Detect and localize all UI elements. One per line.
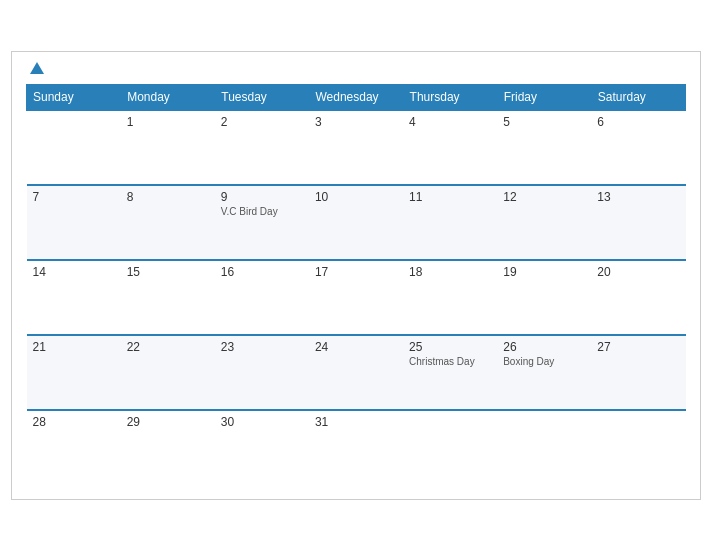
cal-cell: 5 — [497, 110, 591, 185]
calendar-header — [26, 62, 686, 74]
day-number: 25 — [409, 340, 491, 354]
day-number: 8 — [127, 190, 209, 204]
cal-cell: 12 — [497, 185, 591, 260]
holiday-label: Christmas Day — [409, 356, 491, 367]
cal-cell: 31 — [309, 410, 403, 485]
cal-cell: 22 — [121, 335, 215, 410]
day-number: 18 — [409, 265, 491, 279]
cal-cell: 2 — [215, 110, 309, 185]
cal-cell — [27, 110, 121, 185]
cal-cell: 9V.C Bird Day — [215, 185, 309, 260]
cal-cell: 7 — [27, 185, 121, 260]
cal-cell: 20 — [591, 260, 685, 335]
cal-cell: 23 — [215, 335, 309, 410]
cal-cell: 13 — [591, 185, 685, 260]
holiday-label: V.C Bird Day — [221, 206, 303, 217]
day-number: 29 — [127, 415, 209, 429]
day-number: 17 — [315, 265, 397, 279]
day-number: 31 — [315, 415, 397, 429]
cal-cell: 16 — [215, 260, 309, 335]
cal-cell: 1 — [121, 110, 215, 185]
cal-cell: 4 — [403, 110, 497, 185]
cal-cell: 8 — [121, 185, 215, 260]
day-number: 30 — [221, 415, 303, 429]
weekday-header-row: SundayMondayTuesdayWednesdayThursdayFrid… — [27, 84, 686, 110]
calendar-container: SundayMondayTuesdayWednesdayThursdayFrid… — [11, 51, 701, 500]
cal-cell: 30 — [215, 410, 309, 485]
week-row-4: 2122232425Christmas Day26Boxing Day27 — [27, 335, 686, 410]
day-number: 28 — [33, 415, 115, 429]
weekday-header-monday: Monday — [121, 84, 215, 110]
day-number: 2 — [221, 115, 303, 129]
day-number: 22 — [127, 340, 209, 354]
logo — [26, 62, 44, 74]
cal-cell: 6 — [591, 110, 685, 185]
day-number: 3 — [315, 115, 397, 129]
cal-cell: 11 — [403, 185, 497, 260]
day-number: 12 — [503, 190, 585, 204]
day-number: 7 — [33, 190, 115, 204]
logo-triangle-icon — [30, 62, 44, 74]
day-number: 9 — [221, 190, 303, 204]
holiday-label: Boxing Day — [503, 356, 585, 367]
cal-cell: 10 — [309, 185, 403, 260]
weekday-header-saturday: Saturday — [591, 84, 685, 110]
day-number: 23 — [221, 340, 303, 354]
cal-cell: 14 — [27, 260, 121, 335]
cal-cell: 17 — [309, 260, 403, 335]
cal-cell: 28 — [27, 410, 121, 485]
day-number: 5 — [503, 115, 585, 129]
cal-cell — [591, 410, 685, 485]
day-number: 19 — [503, 265, 585, 279]
day-number: 15 — [127, 265, 209, 279]
week-row-5: 28293031 — [27, 410, 686, 485]
day-number: 6 — [597, 115, 679, 129]
day-number: 14 — [33, 265, 115, 279]
cal-cell: 3 — [309, 110, 403, 185]
day-number: 4 — [409, 115, 491, 129]
cal-cell: 27 — [591, 335, 685, 410]
day-number: 16 — [221, 265, 303, 279]
day-number: 24 — [315, 340, 397, 354]
cal-cell: 26Boxing Day — [497, 335, 591, 410]
week-row-2: 789V.C Bird Day10111213 — [27, 185, 686, 260]
cal-cell: 21 — [27, 335, 121, 410]
day-number: 20 — [597, 265, 679, 279]
calendar-grid: SundayMondayTuesdayWednesdayThursdayFrid… — [26, 84, 686, 485]
cal-cell: 15 — [121, 260, 215, 335]
weekday-header-sunday: Sunday — [27, 84, 121, 110]
cal-cell: 29 — [121, 410, 215, 485]
cal-cell — [403, 410, 497, 485]
cal-cell: 24 — [309, 335, 403, 410]
week-row-3: 14151617181920 — [27, 260, 686, 335]
day-number: 26 — [503, 340, 585, 354]
weekday-header-tuesday: Tuesday — [215, 84, 309, 110]
weekday-header-wednesday: Wednesday — [309, 84, 403, 110]
cal-cell: 25Christmas Day — [403, 335, 497, 410]
cal-cell: 18 — [403, 260, 497, 335]
week-row-1: 123456 — [27, 110, 686, 185]
day-number: 21 — [33, 340, 115, 354]
cal-cell: 19 — [497, 260, 591, 335]
day-number: 1 — [127, 115, 209, 129]
cal-cell — [497, 410, 591, 485]
weekday-header-friday: Friday — [497, 84, 591, 110]
day-number: 13 — [597, 190, 679, 204]
day-number: 11 — [409, 190, 491, 204]
day-number: 27 — [597, 340, 679, 354]
weekday-header-thursday: Thursday — [403, 84, 497, 110]
day-number: 10 — [315, 190, 397, 204]
